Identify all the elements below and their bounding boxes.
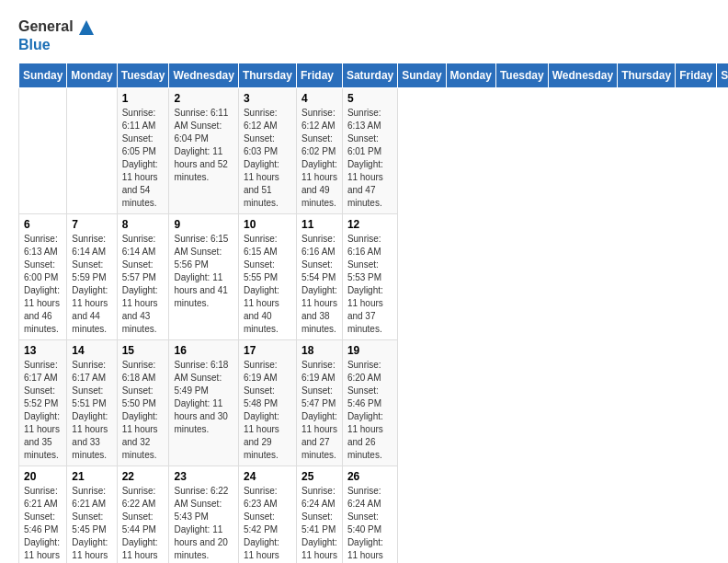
- day-number: 18: [301, 344, 337, 357]
- day-info: Sunrise: 6:17 AM Sunset: 5:51 PM Dayligh…: [72, 359, 111, 462]
- day-info: Sunrise: 6:11 AM Sunset: 6:04 PM Dayligh…: [174, 107, 233, 184]
- day-cell: [67, 87, 117, 213]
- day-cell: 12Sunrise: 6:16 AM Sunset: 5:53 PM Dayli…: [342, 213, 397, 339]
- header-row: SundayMondayTuesdayWednesdayThursdayFrid…: [19, 63, 729, 87]
- col-header-friday: Friday: [676, 63, 717, 87]
- day-info: Sunrise: 6:19 AM Sunset: 5:48 PM Dayligh…: [244, 359, 291, 462]
- day-info: Sunrise: 6:18 AM Sunset: 5:50 PM Dayligh…: [122, 359, 165, 462]
- day-number: 14: [72, 344, 111, 357]
- day-number: 23: [174, 470, 233, 483]
- day-info: Sunrise: 6:22 AM Sunset: 5:43 PM Dayligh…: [174, 485, 233, 562]
- day-info: Sunrise: 6:13 AM Sunset: 6:00 PM Dayligh…: [24, 233, 62, 336]
- day-info: Sunrise: 6:14 AM Sunset: 5:59 PM Dayligh…: [72, 233, 111, 336]
- col-header-tuesday: Tuesday: [117, 63, 169, 87]
- col-header-tuesday: Tuesday: [495, 63, 548, 87]
- col-header-wednesday: Wednesday: [548, 63, 617, 87]
- col-header-sunday: Sunday: [19, 63, 67, 87]
- day-number: 15: [122, 344, 165, 357]
- day-number: 22: [122, 470, 165, 483]
- day-number: 10: [244, 218, 291, 231]
- day-cell: 10Sunrise: 6:15 AM Sunset: 5:55 PM Dayli…: [238, 213, 296, 339]
- col-header-saturday: Saturday: [717, 63, 728, 87]
- day-info: Sunrise: 6:15 AM Sunset: 5:55 PM Dayligh…: [244, 233, 291, 336]
- week-row-1: 1Sunrise: 6:11 AM Sunset: 6:05 PM Daylig…: [19, 87, 729, 213]
- day-cell: 24Sunrise: 6:23 AM Sunset: 5:42 PM Dayli…: [238, 465, 296, 563]
- day-number: 25: [301, 470, 337, 483]
- day-number: 7: [72, 218, 111, 231]
- day-cell: 14Sunrise: 6:17 AM Sunset: 5:51 PM Dayli…: [67, 339, 117, 465]
- day-number: 16: [174, 344, 233, 357]
- day-cell: 21Sunrise: 6:21 AM Sunset: 5:45 PM Dayli…: [67, 465, 117, 563]
- day-number: 20: [24, 470, 62, 483]
- day-cell: 13Sunrise: 6:17 AM Sunset: 5:52 PM Dayli…: [19, 339, 67, 465]
- day-cell: 25Sunrise: 6:24 AM Sunset: 5:41 PM Dayli…: [296, 465, 342, 563]
- day-number: 1: [122, 92, 165, 105]
- col-header-friday: Friday: [296, 63, 342, 87]
- col-header-thursday: Thursday: [618, 63, 676, 87]
- day-number: 8: [122, 218, 165, 231]
- day-number: 6: [24, 218, 62, 231]
- day-info: Sunrise: 6:12 AM Sunset: 6:03 PM Dayligh…: [244, 107, 291, 210]
- day-cell: 19Sunrise: 6:20 AM Sunset: 5:46 PM Dayli…: [342, 339, 397, 465]
- day-cell: 8Sunrise: 6:14 AM Sunset: 5:57 PM Daylig…: [117, 213, 169, 339]
- day-info: Sunrise: 6:19 AM Sunset: 5:47 PM Dayligh…: [301, 359, 337, 462]
- day-info: Sunrise: 6:21 AM Sunset: 5:45 PM Dayligh…: [72, 485, 111, 563]
- day-cell: 5Sunrise: 6:13 AM Sunset: 6:01 PM Daylig…: [342, 87, 397, 213]
- day-cell: 6Sunrise: 6:13 AM Sunset: 6:00 PM Daylig…: [19, 213, 67, 339]
- col-header-thursday: Thursday: [238, 63, 296, 87]
- day-cell: 3Sunrise: 6:12 AM Sunset: 6:03 PM Daylig…: [238, 87, 296, 213]
- logo-general: General: [18, 18, 96, 37]
- day-info: Sunrise: 6:13 AM Sunset: 6:01 PM Dayligh…: [347, 107, 392, 210]
- day-cell: 9Sunrise: 6:15 AM Sunset: 5:56 PM Daylig…: [169, 213, 238, 339]
- day-cell: 15Sunrise: 6:18 AM Sunset: 5:50 PM Dayli…: [117, 339, 169, 465]
- day-info: Sunrise: 6:20 AM Sunset: 5:46 PM Dayligh…: [347, 359, 392, 462]
- day-info: Sunrise: 6:18 AM Sunset: 5:49 PM Dayligh…: [174, 359, 233, 436]
- day-number: 5: [347, 92, 392, 105]
- col-header-wednesday: Wednesday: [169, 63, 238, 87]
- day-info: Sunrise: 6:22 AM Sunset: 5:44 PM Dayligh…: [122, 485, 165, 563]
- day-info: Sunrise: 6:14 AM Sunset: 5:57 PM Dayligh…: [122, 233, 165, 336]
- day-info: Sunrise: 6:21 AM Sunset: 5:46 PM Dayligh…: [24, 485, 62, 563]
- day-cell: 26Sunrise: 6:24 AM Sunset: 5:40 PM Dayli…: [342, 465, 397, 563]
- day-cell: 11Sunrise: 6:16 AM Sunset: 5:54 PM Dayli…: [296, 213, 342, 339]
- day-number: 21: [72, 470, 111, 483]
- day-number: 3: [244, 92, 291, 105]
- day-number: 17: [244, 344, 291, 357]
- day-cell: 17Sunrise: 6:19 AM Sunset: 5:48 PM Dayli…: [238, 339, 296, 465]
- day-cell: 4Sunrise: 6:12 AM Sunset: 6:02 PM Daylig…: [296, 87, 342, 213]
- logo-blue: Blue: [18, 37, 51, 53]
- day-cell: 2Sunrise: 6:11 AM Sunset: 6:04 PM Daylig…: [169, 87, 238, 213]
- day-cell: 22Sunrise: 6:22 AM Sunset: 5:44 PM Dayli…: [117, 465, 169, 563]
- logo: General Blue: [18, 18, 96, 53]
- day-info: Sunrise: 6:23 AM Sunset: 5:42 PM Dayligh…: [244, 485, 291, 563]
- day-cell: 20Sunrise: 6:21 AM Sunset: 5:46 PM Dayli…: [19, 465, 67, 563]
- col-header-saturday: Saturday: [342, 63, 397, 87]
- day-info: Sunrise: 6:24 AM Sunset: 5:40 PM Dayligh…: [347, 485, 392, 563]
- col-header-sunday: Sunday: [398, 63, 446, 87]
- day-info: Sunrise: 6:12 AM Sunset: 6:02 PM Dayligh…: [301, 107, 337, 210]
- week-row-3: 13Sunrise: 6:17 AM Sunset: 5:52 PM Dayli…: [19, 339, 729, 465]
- page-header: General Blue: [18, 18, 710, 53]
- day-number: 26: [347, 470, 392, 483]
- day-number: 2: [174, 92, 233, 105]
- day-cell: 1Sunrise: 6:11 AM Sunset: 6:05 PM Daylig…: [117, 87, 169, 213]
- day-number: 12: [347, 218, 392, 231]
- day-info: Sunrise: 6:16 AM Sunset: 5:54 PM Dayligh…: [301, 233, 337, 336]
- day-cell: 23Sunrise: 6:22 AM Sunset: 5:43 PM Dayli…: [169, 465, 238, 563]
- day-info: Sunrise: 6:15 AM Sunset: 5:56 PM Dayligh…: [174, 233, 233, 310]
- col-header-monday: Monday: [446, 63, 495, 87]
- day-number: 19: [347, 344, 392, 357]
- week-row-2: 6Sunrise: 6:13 AM Sunset: 6:00 PM Daylig…: [19, 213, 729, 339]
- day-number: 13: [24, 344, 62, 357]
- day-info: Sunrise: 6:11 AM Sunset: 6:05 PM Dayligh…: [122, 107, 165, 210]
- day-number: 11: [301, 218, 337, 231]
- day-cell: 7Sunrise: 6:14 AM Sunset: 5:59 PM Daylig…: [67, 213, 117, 339]
- day-cell: 16Sunrise: 6:18 AM Sunset: 5:49 PM Dayli…: [169, 339, 238, 465]
- logo-triangle-icon: [77, 18, 96, 37]
- day-cell: [19, 87, 67, 213]
- week-row-4: 20Sunrise: 6:21 AM Sunset: 5:46 PM Dayli…: [19, 465, 729, 563]
- svg-marker-0: [79, 20, 94, 35]
- day-number: 24: [244, 470, 291, 483]
- day-number: 9: [174, 218, 233, 231]
- day-info: Sunrise: 6:17 AM Sunset: 5:52 PM Dayligh…: [24, 359, 62, 462]
